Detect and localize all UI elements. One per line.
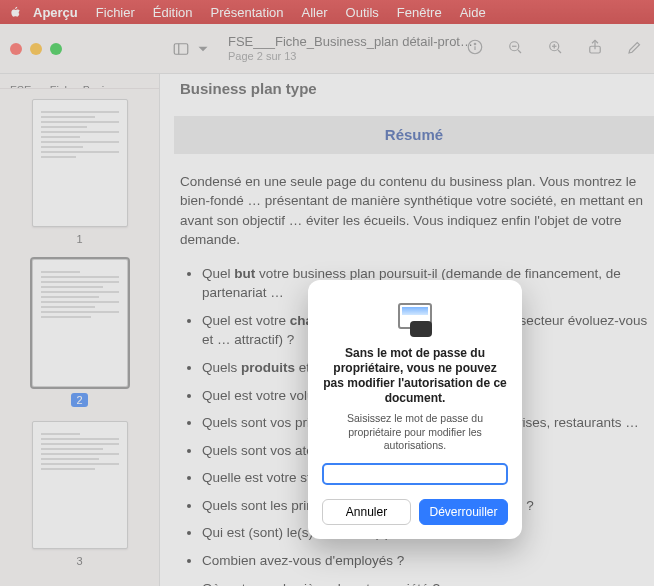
bullet-item: Combien avez-vous d'employés ? (202, 551, 648, 571)
sidebar-toggle-button[interactable] (172, 40, 212, 58)
svg-rect-0 (174, 43, 188, 54)
thumbnail-sidebar: FSE___Fiche_Busines… 1 2 3 (0, 74, 160, 586)
window-toolbar: FSE___Fiche_Business_plan détail-prot… P… (0, 24, 654, 74)
unlock-button[interactable]: Déverrouiller (419, 499, 508, 525)
menu-aller[interactable]: Aller (293, 5, 337, 20)
chevron-down-icon (194, 40, 212, 58)
section-heading: Business plan type (180, 78, 654, 100)
sidebar-file-tab[interactable]: FSE___Fiche_Busines… (0, 80, 159, 89)
menu-outils[interactable]: Outils (337, 5, 388, 20)
window-title-block: FSE___Fiche_Business_plan détail-prot… P… (228, 35, 473, 63)
info-icon[interactable] (466, 38, 484, 60)
cancel-button[interactable]: Annuler (322, 499, 411, 525)
zoom-in-icon[interactable] (546, 38, 564, 60)
page-number-1: 1 (76, 233, 82, 245)
bullet-item: Où se trouve le siège de votre société ? (202, 579, 648, 587)
svg-point-4 (474, 43, 476, 45)
page-indicator: Page 2 sur 13 (228, 50, 473, 63)
svg-line-9 (558, 50, 561, 53)
owner-password-input[interactable] (322, 463, 508, 485)
page-thumbnail-2[interactable] (32, 259, 128, 387)
menu-edition[interactable]: Édition (144, 5, 202, 20)
apple-menu-icon[interactable] (8, 4, 24, 20)
share-icon[interactable] (586, 38, 604, 60)
zoom-window-button[interactable] (50, 43, 62, 55)
dialog-headline: Sans le mot de passe du propriétaire, vo… (322, 346, 508, 406)
menu-fichier[interactable]: Fichier (87, 5, 144, 20)
page-thumbnail-1[interactable] (32, 99, 128, 227)
system-menubar: Aperçu Fichier Édition Présentation Alle… (0, 0, 654, 24)
svg-line-6 (518, 50, 521, 53)
dialog-message: Saisissez le mot de passe du propriétair… (322, 412, 508, 453)
zoom-out-icon[interactable] (506, 38, 524, 60)
window-controls (10, 43, 62, 55)
page-number-3: 3 (76, 555, 82, 567)
intro-paragraph: Condensé en une seule page du contenu du… (180, 172, 648, 250)
window-title: FSE___Fiche_Business_plan détail-prot… (228, 35, 473, 50)
resume-banner: Résumé (174, 116, 654, 154)
menu-presentation[interactable]: Présentation (202, 5, 293, 20)
page-number-2: 2 (71, 393, 87, 407)
menu-fenetre[interactable]: Fenêtre (388, 5, 451, 20)
password-dialog: Sans le mot de passe du propriétaire, vo… (308, 280, 522, 539)
close-window-button[interactable] (10, 43, 22, 55)
menu-aide[interactable]: Aide (451, 5, 495, 20)
preview-app-icon (388, 294, 442, 338)
app-menu[interactable]: Aperçu (24, 5, 87, 20)
minimize-window-button[interactable] (30, 43, 42, 55)
page-thumbnail-3[interactable] (32, 421, 128, 549)
markup-icon[interactable] (626, 38, 644, 60)
